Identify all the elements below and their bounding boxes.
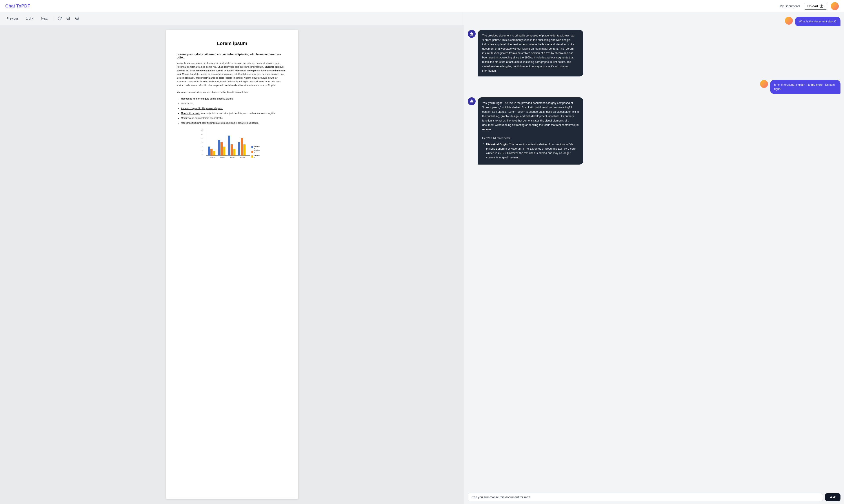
bar-col3 [223,146,225,155]
list-item: Morbi viverra semper lorem nec molestie. [181,116,287,120]
my-documents-button[interactable]: My Documents [779,4,800,8]
logo-text-chat: Chat To [5,3,21,8]
message-row-user-1: What is this document about? [468,17,841,26]
bar-group-row4 [238,138,246,155]
bar-col1 [208,146,210,155]
bar-group-row3 [228,136,235,155]
chat-input-area: Ask [464,490,844,504]
zoom-out-button[interactable] [74,15,81,22]
bar-col1 [218,140,220,155]
legend-label-col2: Column 2 [254,150,261,154]
x-label-row3: Row 3 [230,157,235,158]
zoom-out-icon [75,16,80,21]
refresh-button[interactable] [56,15,63,22]
list-item: Maecenas non lorem quis tellus placerat … [181,97,287,101]
chat-input[interactable] [468,493,823,501]
y-label: 6 [201,142,203,143]
pdf-page: Lorem ipsum Lorem ipsum dolor sit amet, … [166,30,298,499]
list-item: Aenean congue fringilla justo ut aliquam… [181,107,287,110]
legend-label-col3: Column 3 [254,155,261,158]
pdf-toolbar: Previous 1 of 4 Next [0,12,464,25]
x-label-row4: Row 4 [240,157,245,158]
logo: Chat ToPDF [5,3,30,8]
chat-messages: What is this document about? The provide… [464,12,844,490]
legend-item-col2: Column 2 [251,150,261,154]
bar-col3 [233,149,235,155]
user-bubble-2: hmm interesting, explain it to me more -… [770,80,841,94]
bar-col1 [238,142,240,155]
bot-icon [470,32,474,36]
bot-icon [470,99,474,104]
logo-accent: PDF [21,3,30,8]
legend-item-col3: Column 3 [251,155,261,158]
message-row-bot-2: Yes, you're right. The text in the provi… [468,97,841,165]
message-row-bot-1: The provided document is primarily compo… [468,30,841,76]
pdf-list: Maecenas non lorem quis tellus placerat … [181,97,287,125]
x-label-row2: Row 2 [220,157,225,158]
bot-bubble-1: The provided document is primarily compo… [478,30,583,76]
bar-col1 [228,136,230,155]
message-row-user-2: hmm interesting, explain it to me more -… [468,80,841,94]
bar-col2 [221,142,223,155]
header-right: My Documents Upload [779,2,839,10]
bot-avatar-2 [468,97,476,105]
y-label: 2 [201,150,203,151]
ask-button[interactable]: Ask [825,493,841,501]
list-item-link[interactable]: Aenean congue fringilla justo ut aliquam… [181,107,223,110]
svg-line-2 [69,19,70,20]
bar-group-row1 [208,146,215,155]
next-button[interactable]: Next [38,15,51,21]
avatar[interactable] [831,2,839,10]
y-label: 12 [201,129,203,131]
y-label: 0 [201,154,203,156]
y-axis-labels: 12 10 8 6 4 2 0 [201,129,203,156]
x-label-row1: Row 1 [210,157,215,158]
upload-label: Upload [808,4,818,8]
pdf-paragraph-2: Maecenas mauris lectus, lobortis et puru… [177,90,287,94]
legend-dot-col2 [251,151,253,153]
bar-col3 [243,144,246,155]
pdf-paragraph-1: Vestibulum neque massa, scelerisque sit … [177,61,287,87]
main-layout: Previous 1 of 4 Next [0,12,844,504]
chart-area [206,129,250,156]
x-axis-labels: Row 1 Row 2 Row 3 Row 4 [206,156,250,158]
bot-avatar-1 [468,30,476,38]
upload-icon [820,4,824,8]
chart-wrapper: 12 10 8 6 4 2 0 [206,129,259,158]
zoom-in-icon [66,16,71,21]
chat-panel: What is this document about? The provide… [464,12,844,504]
legend-item-col1: Column 1 [251,145,261,149]
user-avatar-2 [760,80,768,88]
list-item: Mauris id ex erat. Nunc vulputate neque … [181,111,287,115]
bar-col3 [213,151,215,155]
user-bubble-1: What is this document about? [795,17,841,26]
svg-line-6 [78,19,79,20]
previous-button[interactable]: Previous [3,15,21,21]
avatar-image [831,2,839,10]
user-avatar-1 [785,17,793,24]
bar-group-row2 [218,140,225,155]
refresh-icon [57,16,62,21]
legend-dot-col3 [251,155,253,158]
chart-legend: Column 1 Column 2 Column 3 [251,145,261,158]
legend-dot-col1 [251,146,253,148]
upload-button[interactable]: Upload [804,3,827,10]
y-label: 4 [201,146,203,147]
bar-col2 [231,144,233,155]
pdf-content-area: Lorem ipsum Lorem ipsum dolor sit amet, … [0,25,464,504]
pdf-section-heading: Lorem ipsum dolor sit amet, consectetur … [177,53,287,59]
zoom-in-button[interactable] [65,15,72,22]
legend-label-col1: Column 1 [254,145,261,149]
bar-col2 [210,149,213,155]
chart-body: 12 10 8 6 4 2 0 [206,129,250,158]
chart-container: 12 10 8 6 4 2 0 [206,129,259,158]
bot-bubble-2: Yes, you're right. The text in the provi… [478,97,583,165]
list-item: Maecenas tincidunt est efficitur ligula … [181,121,287,125]
y-label: 10 [201,133,203,135]
header: Chat ToPDF My Documents Upload [0,0,844,12]
pdf-panel: Previous 1 of 4 Next [0,12,464,504]
page-indicator: 1 of 4 [23,15,36,21]
pdf-title: Lorem ipsum [177,41,287,46]
bar-col2 [241,138,243,155]
y-label: 8 [201,138,203,139]
